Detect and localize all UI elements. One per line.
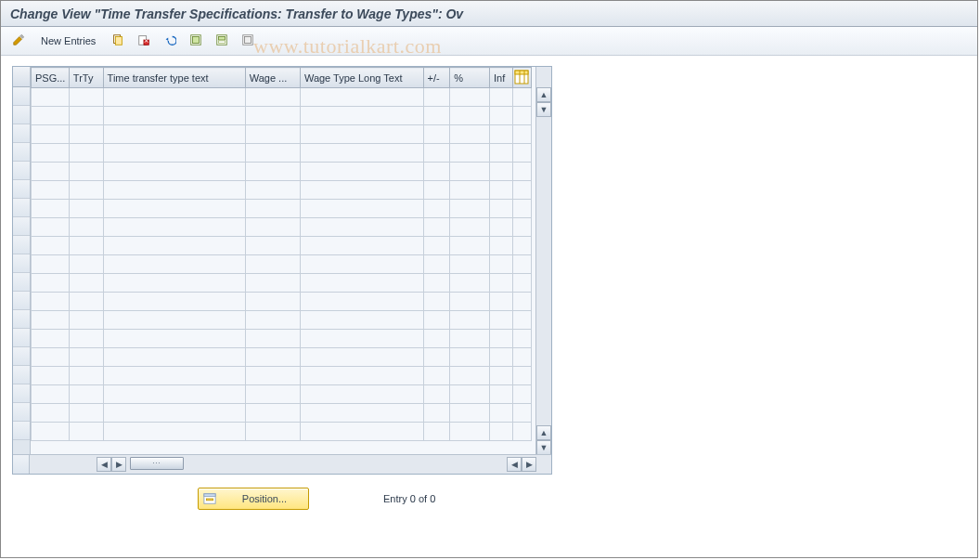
cell-inf[interactable] [490, 311, 513, 330]
row-selector[interactable] [13, 384, 30, 403]
cell-inf[interactable] [490, 107, 513, 125]
cell-wage[interactable] [245, 311, 300, 330]
row-selector[interactable] [13, 422, 30, 440]
row-selector[interactable] [13, 217, 30, 236]
cell-psg[interactable] [32, 88, 70, 107]
cell-wage[interactable] [245, 125, 300, 144]
cell-wage[interactable] [245, 218, 300, 237]
select-all-button[interactable] [184, 31, 208, 51]
cell-psg[interactable] [32, 274, 70, 293]
column-header-pm[interactable]: +/- [423, 68, 450, 88]
cell-tttt[interactable] [103, 385, 245, 404]
cell-pm[interactable] [423, 255, 450, 274]
cell-wage[interactable] [245, 330, 300, 348]
cell-tttt[interactable] [103, 125, 245, 144]
table-settings-icon[interactable] [514, 75, 529, 86]
cell-trty[interactable] [69, 88, 103, 107]
cell-psg[interactable] [32, 385, 70, 404]
cell-pct[interactable] [450, 181, 490, 200]
cell-tttt[interactable] [103, 330, 245, 348]
scroll-left-icon[interactable]: ◀ [97, 457, 111, 472]
cell-inf[interactable] [490, 181, 513, 200]
cell-inf[interactable] [490, 255, 513, 274]
scroll-down2-icon[interactable]: ▼ [536, 440, 551, 455]
new-entries-button[interactable]: New Entries [32, 31, 104, 51]
cell-trty[interactable] [69, 385, 103, 404]
cell-pct[interactable] [450, 423, 490, 441]
cell-tttt[interactable] [103, 311, 245, 330]
cell-tttt[interactable] [103, 218, 245, 237]
cell-pm[interactable] [423, 274, 450, 293]
cell-pm[interactable] [423, 125, 450, 144]
cell-psg[interactable] [32, 125, 70, 144]
cell-inf[interactable] [490, 367, 513, 385]
cell-pct[interactable] [450, 348, 490, 367]
cell-pm[interactable] [423, 423, 450, 441]
column-header-wtlt[interactable]: Wage Type Long Text [300, 68, 423, 88]
row-selector[interactable] [13, 106, 30, 124]
undo-button[interactable] [158, 31, 182, 51]
cell-wage[interactable] [245, 163, 300, 181]
cell-pm[interactable] [423, 163, 450, 181]
cell-wtlt[interactable] [300, 255, 423, 274]
cell-inf[interactable] [490, 404, 513, 423]
cell-pm[interactable] [423, 107, 450, 125]
cell-wage[interactable] [245, 348, 300, 367]
cell-inf[interactable] [490, 293, 513, 311]
column-header-act[interactable] [512, 68, 531, 88]
scroll-down-icon[interactable]: ▼ [536, 102, 551, 117]
cell-psg[interactable] [32, 107, 70, 125]
cell-tttt[interactable] [103, 404, 245, 423]
cell-inf[interactable] [490, 144, 513, 163]
cell-wage[interactable] [245, 237, 300, 255]
row-selector[interactable] [13, 199, 30, 217]
column-header-wage[interactable]: Wage ... [245, 68, 300, 88]
cell-wtlt[interactable] [300, 293, 423, 311]
cell-pm[interactable] [423, 404, 450, 423]
cell-wtlt[interactable] [300, 348, 423, 367]
scroll-up2-icon[interactable]: ▲ [536, 425, 551, 440]
row-selector[interactable] [13, 162, 30, 180]
cell-pct[interactable] [450, 237, 490, 255]
cell-trty[interactable] [69, 311, 103, 330]
select-block-button[interactable] [210, 31, 234, 51]
row-selector[interactable] [13, 180, 30, 199]
cell-wtlt[interactable] [300, 367, 423, 385]
cell-pct[interactable] [450, 125, 490, 144]
cell-trty[interactable] [69, 181, 103, 200]
row-selector[interactable] [13, 310, 30, 329]
cell-wage[interactable] [245, 385, 300, 404]
cell-pct[interactable] [450, 385, 490, 404]
cell-wage[interactable] [245, 144, 300, 163]
cell-inf[interactable] [490, 88, 513, 107]
cell-wtlt[interactable] [300, 181, 423, 200]
cell-trty[interactable] [69, 255, 103, 274]
cell-trty[interactable] [69, 218, 103, 237]
cell-psg[interactable] [32, 163, 70, 181]
cell-pm[interactable] [423, 293, 450, 311]
cell-wage[interactable] [245, 367, 300, 385]
delete-button[interactable] [132, 31, 156, 51]
cell-pct[interactable] [450, 367, 490, 385]
row-selector[interactable] [13, 124, 30, 143]
cell-pct[interactable] [450, 88, 490, 107]
cell-psg[interactable] [32, 293, 70, 311]
cell-wtlt[interactable] [300, 107, 423, 125]
cell-inf[interactable] [490, 274, 513, 293]
cell-inf[interactable] [490, 125, 513, 144]
deselect-all-button[interactable] [236, 31, 260, 51]
cell-wtlt[interactable] [300, 125, 423, 144]
cell-trty[interactable] [69, 274, 103, 293]
cell-wage[interactable] [245, 181, 300, 200]
column-header-psg[interactable]: PSG... [32, 68, 70, 88]
cell-wage[interactable] [245, 423, 300, 441]
cell-inf[interactable] [490, 200, 513, 218]
cell-psg[interactable] [32, 423, 70, 441]
cell-trty[interactable] [69, 107, 103, 125]
cell-psg[interactable] [32, 255, 70, 274]
cell-tttt[interactable] [103, 293, 245, 311]
row-selector[interactable] [13, 236, 30, 254]
cell-trty[interactable] [69, 237, 103, 255]
cell-inf[interactable] [490, 348, 513, 367]
cell-pm[interactable] [423, 367, 450, 385]
